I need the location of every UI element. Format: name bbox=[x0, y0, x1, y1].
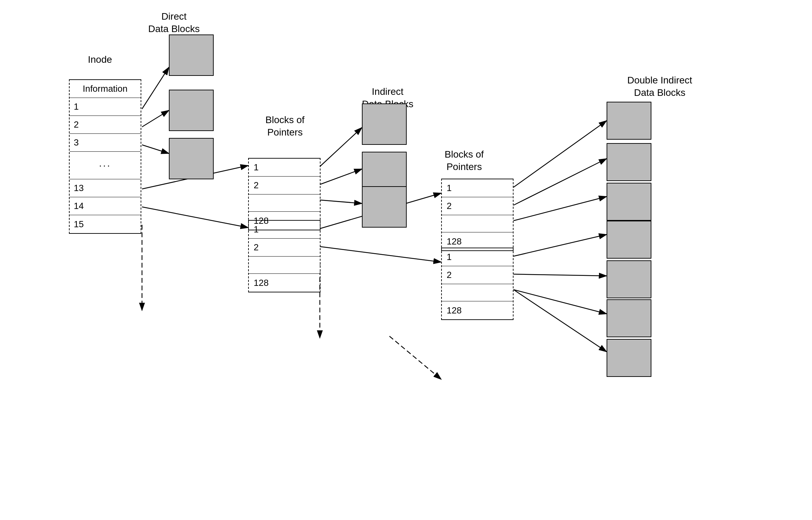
double-indirect-block-2 bbox=[607, 143, 651, 181]
ptr-table-3: 1 2 128 bbox=[441, 179, 514, 251]
svg-line-6 bbox=[142, 207, 248, 228]
inode-row-3: 3 bbox=[70, 134, 141, 152]
diagram: Inode DirectData Blocks Blocks ofPointer… bbox=[0, 0, 812, 520]
double-indirect-block-3 bbox=[607, 183, 651, 221]
svg-line-15 bbox=[514, 159, 607, 205]
ptr-table-1: 1 2 128 bbox=[248, 158, 321, 230]
inode-row-1: 1 bbox=[70, 98, 141, 116]
svg-line-10 bbox=[320, 200, 362, 203]
svg-line-2 bbox=[142, 67, 169, 109]
svg-line-14 bbox=[514, 121, 607, 187]
svg-line-16 bbox=[514, 197, 607, 221]
double-indirect-block-1 bbox=[607, 102, 651, 140]
inode-row-15: 15 bbox=[70, 215, 141, 233]
double-indirect-block-7 bbox=[607, 339, 651, 377]
inode-label: Inode bbox=[88, 53, 112, 66]
direct-block-2 bbox=[169, 90, 214, 131]
indirect-block-1 bbox=[362, 103, 407, 145]
double-indirect-data-blocks-label: Double IndirectData Blocks bbox=[627, 74, 692, 99]
svg-line-20 bbox=[514, 290, 607, 352]
ptr-table-4: 1 2 128 bbox=[441, 248, 514, 320]
inode-row-2: 2 bbox=[70, 116, 141, 134]
svg-line-19 bbox=[514, 290, 607, 314]
svg-line-4 bbox=[142, 145, 169, 153]
double-indirect-block-4 bbox=[607, 221, 651, 259]
inode-table: Information 1 2 3 ··· 13 14 15 bbox=[69, 79, 141, 234]
blocks-of-pointers-label-2: Blocks ofPointers bbox=[445, 148, 484, 173]
svg-line-21 bbox=[389, 336, 441, 379]
svg-line-17 bbox=[514, 234, 607, 256]
inode-header: Information bbox=[70, 80, 141, 98]
svg-line-3 bbox=[142, 110, 169, 127]
inode-row-13: 13 bbox=[70, 179, 141, 197]
inode-row-14: 14 bbox=[70, 197, 141, 215]
indirect-block-3 bbox=[362, 186, 407, 228]
double-indirect-block-6 bbox=[607, 299, 651, 337]
direct-block-1 bbox=[169, 34, 214, 76]
svg-line-9 bbox=[320, 169, 362, 184]
double-indirect-block-5 bbox=[607, 260, 651, 298]
blocks-of-pointers-label-1: Blocks ofPointers bbox=[265, 114, 305, 139]
direct-data-blocks-label: DirectData Blocks bbox=[148, 10, 200, 36]
svg-line-18 bbox=[514, 274, 607, 276]
direct-block-3 bbox=[169, 138, 214, 179]
svg-line-8 bbox=[320, 128, 362, 167]
svg-line-12 bbox=[320, 247, 441, 262]
ptr-table-2: 1 2 128 bbox=[248, 220, 321, 292]
